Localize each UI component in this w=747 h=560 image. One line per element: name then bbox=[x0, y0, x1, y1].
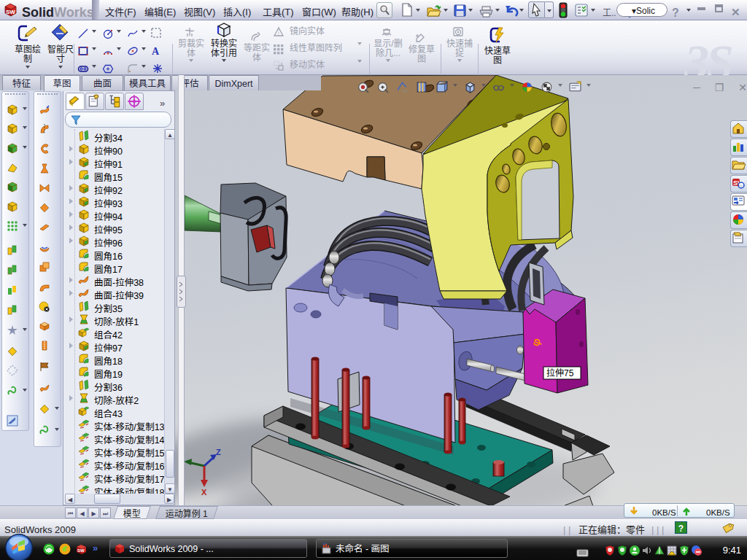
svg-text:A: A bbox=[152, 46, 160, 57]
svg-text:X: X bbox=[201, 486, 207, 497]
svg-text:SW: SW bbox=[77, 547, 85, 553]
svg-text:拉伸75: 拉伸75 bbox=[546, 366, 574, 378]
svg-text:SW: SW bbox=[6, 7, 15, 15]
svg-text:Z: Z bbox=[216, 446, 221, 457]
